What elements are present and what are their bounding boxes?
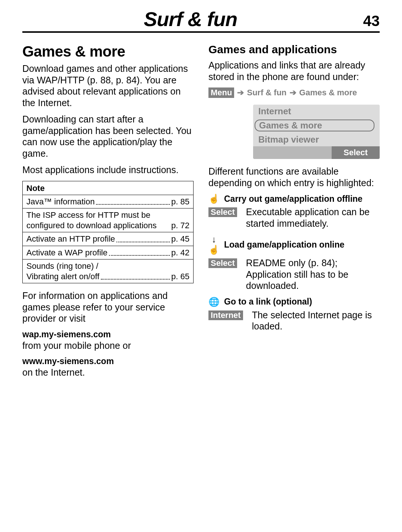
note-heading: Note bbox=[23, 181, 193, 195]
menu-item-games-more: Games & more bbox=[253, 118, 380, 133]
paragraph: on the Internet. bbox=[22, 367, 194, 378]
note-page: p. 45 bbox=[171, 234, 189, 244]
action-row: Select README only (p. 84); Application … bbox=[208, 257, 380, 292]
left-column: Games & more Download games and other ap… bbox=[22, 43, 194, 383]
note-label: Activate a WAP profile bbox=[26, 248, 108, 258]
note-label: Activate an HTTP profile bbox=[26, 234, 115, 244]
globe-icon: 🌐 bbox=[208, 297, 220, 307]
phone-menu-preview: Internet Games & more Bitmap viewer Sele… bbox=[253, 105, 380, 159]
softkey-left bbox=[253, 146, 332, 159]
note-label: Java™ information bbox=[26, 197, 95, 207]
paragraph: For information on applications and game… bbox=[22, 290, 194, 324]
leader-dots bbox=[96, 204, 170, 205]
www-link: www.my-siemens.com bbox=[22, 356, 194, 366]
softkey-chip: Internet bbox=[208, 310, 243, 320]
action-title: Load game/application online bbox=[224, 240, 344, 250]
softkey-chip: Select bbox=[208, 207, 237, 217]
section-heading-games-more: Games & more bbox=[22, 43, 194, 60]
action-heading: 🌐 Go to a link (optional) bbox=[208, 297, 380, 307]
action-description: Executable application can be started im… bbox=[246, 206, 380, 229]
paragraph: Applications and links that are already … bbox=[208, 60, 380, 82]
note-row: Java™ information p. 85 bbox=[23, 195, 193, 209]
paragraph: Download games and other applications vi… bbox=[22, 63, 194, 108]
arrow-right-icon: ➔ bbox=[290, 89, 296, 97]
note-box: Note Java™ information p. 85 The ISP acc… bbox=[22, 181, 194, 284]
menu-item-internet: Internet bbox=[253, 105, 380, 118]
subheading-games-applications: Games and applications bbox=[208, 43, 380, 56]
page-header: Surf & fun 43 bbox=[22, 7, 380, 33]
run-offline-icon: ☝ bbox=[208, 194, 220, 204]
leader-dots bbox=[109, 255, 170, 256]
note-row: The ISP access for HTTP must be configur… bbox=[23, 208, 193, 232]
leader-dots bbox=[101, 278, 170, 280]
note-row: Activate an HTTP profile p. 45 bbox=[23, 232, 193, 246]
note-page: p. 85 bbox=[171, 197, 189, 207]
paragraph: Different functions are available depend… bbox=[208, 166, 380, 188]
note-label: Vibrating alert on/off bbox=[26, 271, 99, 282]
menu-chip: Menu bbox=[208, 87, 234, 98]
right-column: Games and applications Applications and … bbox=[208, 43, 380, 383]
note-page: p. 42 bbox=[171, 248, 189, 258]
menu-path: Menu ➔ Surf & fun ➔ Games & more bbox=[208, 87, 380, 98]
note-label: Sounds (ring tone) / bbox=[26, 261, 189, 271]
paragraph: Most applications include instructions. bbox=[22, 164, 194, 176]
page-number: 43 bbox=[363, 13, 380, 29]
paragraph: Downloading can start after a game/appli… bbox=[22, 114, 194, 159]
note-row: Sounds (ring tone) / Vibrating alert on/… bbox=[23, 259, 193, 283]
note-page: p. 65 bbox=[171, 271, 189, 282]
header-title: Surf & fun bbox=[22, 7, 359, 31]
download-online-icon: ↓☝ bbox=[208, 234, 220, 255]
action-title: Go to a link (optional) bbox=[224, 297, 312, 307]
action-description: The selected Internet page is loaded. bbox=[252, 309, 380, 332]
breadcrumb-item: Surf & fun bbox=[247, 88, 286, 98]
softkey-select: Select bbox=[332, 146, 380, 159]
action-heading: ☝ Carry out game/application offline bbox=[208, 194, 380, 204]
softkey-bar: Select bbox=[253, 146, 380, 159]
action-description: README only (p. 84); Application still h… bbox=[246, 257, 380, 292]
note-row: Activate a WAP profile p. 42 bbox=[23, 246, 193, 260]
menu-item-bitmap-viewer: Bitmap viewer bbox=[253, 133, 380, 146]
softkey-chip: Select bbox=[208, 258, 237, 268]
arrow-right-icon: ➔ bbox=[237, 89, 244, 97]
leader-dots bbox=[117, 241, 170, 242]
paragraph: from your mobile phone or bbox=[22, 340, 194, 351]
note-page: p. 72 bbox=[171, 220, 189, 231]
breadcrumb-item: Games & more bbox=[299, 88, 357, 98]
action-title: Carry out game/application offline bbox=[224, 194, 363, 204]
wap-link: wap.my-siemens.com bbox=[22, 329, 194, 340]
note-label: configured to download applications bbox=[26, 220, 157, 231]
action-heading: ↓☝ Load game/application online bbox=[208, 234, 380, 255]
note-label: The ISP access for HTTP must be bbox=[26, 210, 189, 220]
action-row: Internet The selected Internet page is l… bbox=[208, 309, 380, 332]
action-row: Select Executable application can be sta… bbox=[208, 206, 380, 229]
